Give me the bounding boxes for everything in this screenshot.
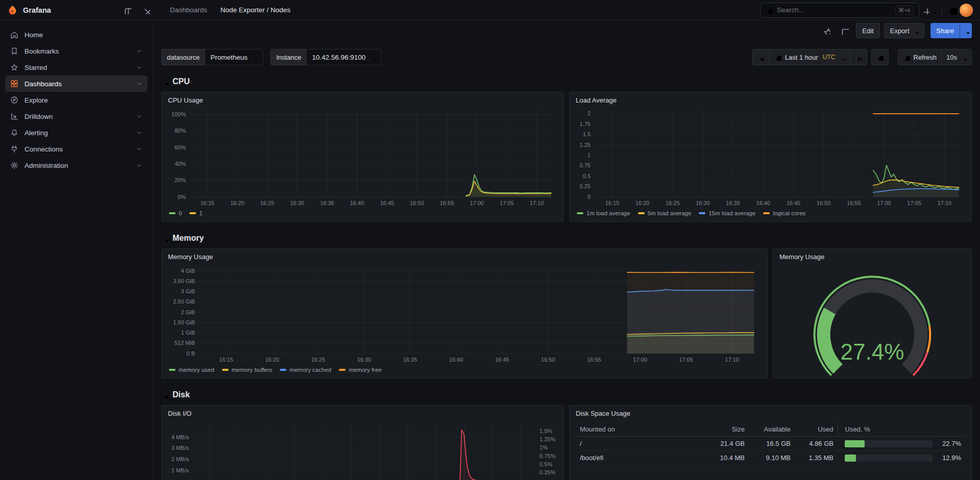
column-header[interactable]: Used xyxy=(795,422,838,437)
column-header[interactable]: Available xyxy=(749,422,795,437)
chevron-down-icon[interactable] xyxy=(136,80,143,87)
chevron-down-icon[interactable] xyxy=(136,162,143,169)
chevron-down-icon[interactable] xyxy=(136,145,143,153)
legend-item[interactable]: 1 xyxy=(189,210,202,216)
panel-disk-io: Disk I/O 16:1516:2016:2516:3016:3516:401… xyxy=(161,405,564,480)
legend-item[interactable]: 0 xyxy=(169,210,182,216)
sidebar-item-drilldown[interactable]: Drilldown xyxy=(5,108,148,124)
datasource-select[interactable]: Prometheus xyxy=(205,49,263,65)
share-button[interactable]: Share xyxy=(930,23,960,38)
legend-item[interactable]: logical cores xyxy=(763,210,805,216)
sidebar-item-explore[interactable]: Explore xyxy=(5,92,148,108)
star-icon xyxy=(10,63,19,72)
star-dashboard-button[interactable] xyxy=(819,23,834,38)
section-header-disk[interactable]: Disk xyxy=(161,388,972,402)
table-row[interactable]: /boot/efi10.4 MB9.10 MB1.35 MB12.9% xyxy=(576,451,965,465)
chevron-down-icon[interactable] xyxy=(136,113,143,120)
chevron-down-icon xyxy=(161,78,168,85)
panel-title[interactable]: Memory Usage xyxy=(162,249,767,264)
cpu-usage-chart[interactable]: 16:1516:2016:2516:3016:3516:4016:4516:50… xyxy=(166,107,559,208)
panel-title[interactable]: CPU Usage xyxy=(162,92,564,107)
svg-text:16:15: 16:15 xyxy=(605,200,620,206)
column-header[interactable]: Mounted on xyxy=(576,422,703,437)
sidebar-item-connections[interactable]: Connections xyxy=(5,141,148,157)
refresh-button[interactable]: Refresh xyxy=(898,49,942,65)
panel-memory-usage: Memory Usage 16:1516:2016:2516:3016:3516… xyxy=(161,248,768,378)
chart-legend: 01 xyxy=(166,208,559,220)
panel-title[interactable]: Disk I/O xyxy=(162,406,564,420)
legend-item[interactable]: memory used xyxy=(169,367,214,373)
panel-title[interactable]: Load Average xyxy=(570,92,971,107)
breadcrumb-dashboards[interactable]: Dashboards xyxy=(170,6,207,14)
datasource-label: datasource xyxy=(161,49,205,65)
legend-swatch xyxy=(169,369,176,371)
svg-text:16:15: 16:15 xyxy=(219,357,233,363)
chart-svg: 16:1516:2016:2516:3016:3516:4016:4516:50… xyxy=(166,107,559,208)
legend-item[interactable]: memory buffers xyxy=(222,367,273,373)
instance-select[interactable]: 10.42.56.96:9100 xyxy=(306,49,381,65)
column-header[interactable]: Size xyxy=(703,422,749,437)
chevron-down-icon[interactable] xyxy=(136,64,143,71)
sidebar-item-administration[interactable]: Administration xyxy=(5,157,148,173)
legend-item[interactable]: memory free xyxy=(339,367,382,373)
panel-title[interactable]: Memory Usage xyxy=(773,249,971,264)
time-shift-back-button[interactable] xyxy=(752,49,770,65)
time-range-picker[interactable]: Last 1 hour UTC xyxy=(769,49,850,65)
sidebar-item-label: Starred xyxy=(24,64,47,71)
plug-icon xyxy=(10,144,19,154)
zoom-out-button[interactable] xyxy=(871,49,889,65)
sidebar-item-label: Drilldown xyxy=(24,113,53,120)
section-header-cpu[interactable]: CPU xyxy=(161,74,972,89)
svg-text:16:35: 16:35 xyxy=(403,357,418,363)
dock-sidebar-button[interactable] xyxy=(120,3,135,17)
refresh-interval-select[interactable]: 10s xyxy=(941,49,972,65)
section-header-memory[interactable]: Memory xyxy=(161,231,972,245)
legend-item[interactable]: 1m load average xyxy=(577,210,630,216)
sidebar-item-starred[interactable]: Starred xyxy=(5,59,148,75)
new-button[interactable] xyxy=(919,6,939,14)
edit-button[interactable]: Edit xyxy=(856,23,879,38)
svg-text:16:40: 16:40 xyxy=(449,357,463,363)
svg-text:1 MB/s: 1 MB/s xyxy=(172,467,189,473)
chevron-down-icon[interactable] xyxy=(136,47,143,55)
sidebar-item-bookmarks[interactable]: Bookmarks xyxy=(5,43,148,59)
export-button[interactable]: Export xyxy=(884,23,925,38)
share-dropdown-button[interactable] xyxy=(960,23,972,38)
column-header[interactable]: Used, % xyxy=(838,422,965,437)
sidebar-item-home[interactable]: Home xyxy=(5,27,148,43)
help-button[interactable] xyxy=(945,3,960,17)
load-average-chart[interactable]: 16:1516:2016:2516:3016:3516:4016:4516:50… xyxy=(574,107,967,208)
svg-text:1.50 GiB: 1.50 GiB xyxy=(173,319,195,325)
refresh-icon xyxy=(903,54,910,61)
legend-item[interactable]: 5m load average xyxy=(638,210,692,216)
panel-title[interactable]: Disk Space Usage xyxy=(570,406,971,420)
memory-usage-gauge[interactable]: 27.4% xyxy=(777,264,967,377)
memory-usage-chart[interactable]: 16:1516:2016:2516:3016:3516:4016:4516:50… xyxy=(166,264,763,365)
svg-text:2.50 GiB: 2.50 GiB xyxy=(173,298,195,305)
grafana-logo-icon[interactable] xyxy=(7,5,18,16)
search-box[interactable]: ⌘+k xyxy=(760,3,919,18)
svg-text:17:05: 17:05 xyxy=(907,200,921,206)
search-icon xyxy=(766,7,773,14)
disk-io-chart[interactable]: 16:1516:2016:2516:3016:3516:4016:4516:50… xyxy=(166,420,559,480)
close-menu-button[interactable] xyxy=(139,3,153,17)
svg-text:16:25: 16:25 xyxy=(666,200,680,206)
svg-text:16:40: 16:40 xyxy=(756,200,771,206)
legend-item[interactable]: 15m load average xyxy=(699,210,755,216)
user-avatar[interactable] xyxy=(960,4,973,17)
chevron-down-icon[interactable] xyxy=(136,129,143,136)
sidebar-item-alerting[interactable]: Alerting xyxy=(5,124,148,141)
time-shift-forward-button[interactable] xyxy=(850,49,867,65)
dashboard-main: Edit Export Share datasource Prometheus xyxy=(153,20,980,480)
sidebar-item-dashboards[interactable]: Dashboards xyxy=(5,75,148,92)
svg-text:17:10: 17:10 xyxy=(937,200,951,206)
legend-swatch xyxy=(339,369,346,371)
legend-swatch xyxy=(280,369,286,371)
svg-text:2 MB/s: 2 MB/s xyxy=(172,456,189,462)
table-row[interactable]: /21.4 GB16.5 GB4.86 GB22.7% xyxy=(576,437,965,451)
breadcrumb: Dashboards Node Exporter / Nodes xyxy=(170,6,290,14)
legend-item[interactable]: memory cached xyxy=(280,367,331,373)
svg-text:16:35: 16:35 xyxy=(320,200,334,206)
search-input[interactable] xyxy=(777,6,891,14)
kiosk-mode-button[interactable] xyxy=(838,23,852,38)
